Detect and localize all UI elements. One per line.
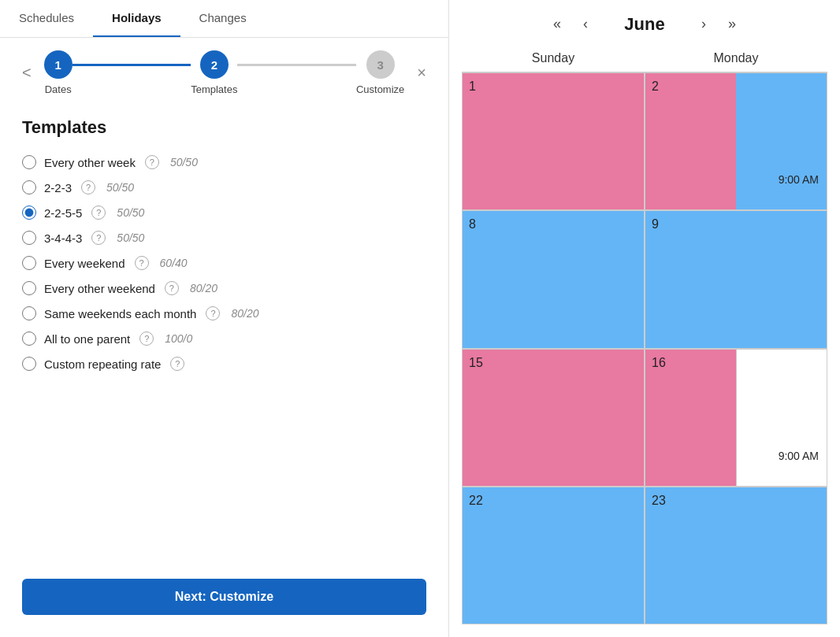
label-every-weekend: Every weekend: [44, 257, 125, 270]
label-custom-repeating-rate: Custom repeating rate: [44, 357, 161, 371]
cal-cell-2: 2 9:00 AM: [645, 72, 827, 210]
left-panel: Schedules Holidays Changes < 1 Dates 2 T…: [0, 0, 449, 637]
cal-cell-9: 9: [645, 210, 827, 348]
cal-row-3: 15 16 9:00 AM: [462, 349, 827, 487]
template-every-other-weekend[interactable]: Every other weekend ? 80/20: [22, 281, 426, 295]
cal-prev-button[interactable]: ‹: [578, 13, 593, 35]
help-2-2-5-5[interactable]: ?: [91, 206, 106, 220]
step-1: 1 Dates: [44, 50, 72, 95]
col-header-sunday: Sunday: [462, 51, 645, 72]
radio-every-other-weekend[interactable]: [22, 281, 36, 295]
section-title: Templates: [22, 117, 426, 138]
radio-2-2-5-5[interactable]: [22, 206, 36, 220]
help-every-other-week[interactable]: ?: [145, 155, 159, 169]
ratio-2-2-3: 50/50: [106, 181, 134, 194]
ratio-same-weekends-each-month: 80/20: [231, 307, 258, 320]
cal-cell-16: 16 9:00 AM: [645, 349, 827, 487]
wizard-nav: < 1 Dates 2 Templates 3 Customize ×: [0, 38, 448, 102]
radio-2-2-3[interactable]: [22, 180, 36, 194]
step-2-circle: 2: [200, 50, 229, 79]
template-3-4-4-3[interactable]: 3-4-4-3 ? 50/50: [22, 231, 426, 245]
help-same-weekends-each-month[interactable]: ?: [206, 306, 220, 320]
radio-same-weekends-each-month[interactable]: [22, 306, 36, 320]
right-panel: « ‹ June › » Sunday Monday 1 2 9:00 AM 8: [449, 0, 840, 637]
help-3-4-4-3[interactable]: ?: [91, 231, 106, 245]
cal-cell-8: 8: [462, 210, 645, 348]
cal-cell-15: 15: [462, 349, 645, 487]
label-every-other-weekend: Every other weekend: [44, 282, 155, 295]
ratio-every-other-week: 50/50: [170, 156, 198, 169]
cal-row-4: 22 23: [462, 487, 827, 624]
radio-every-other-week[interactable]: [22, 155, 36, 169]
step-2-label: Templates: [191, 83, 237, 95]
template-custom-repeating-rate[interactable]: Custom repeating rate ?: [22, 357, 426, 371]
step-3: 3 Customize: [356, 50, 404, 95]
cal-date-16: 16: [652, 356, 666, 369]
step-line-1: [72, 64, 191, 66]
cal-cell-23: 23: [645, 487, 827, 624]
col-header-monday: Monday: [645, 51, 827, 72]
calendar-month-label: June: [605, 14, 684, 35]
help-custom-repeating-rate[interactable]: ?: [170, 357, 184, 371]
template-same-weekends-each-month[interactable]: Same weekends each month ? 80/20: [22, 306, 426, 320]
label-2-2-5-5: 2-2-5-5: [44, 206, 82, 220]
wizard-close-button[interactable]: ×: [411, 61, 433, 85]
tabs-bar: Schedules Holidays Changes: [0, 0, 448, 38]
ratio-every-other-weekend: 80/20: [190, 282, 217, 294]
help-every-other-weekend[interactable]: ?: [165, 281, 179, 295]
template-every-weekend[interactable]: Every weekend ? 60/40: [22, 256, 426, 270]
cal-date-9: 9: [652, 217, 659, 231]
help-all-to-one-parent[interactable]: ?: [139, 331, 154, 346]
cal-cell-22: 22: [462, 487, 645, 624]
cal-event-16: 9:00 AM: [779, 450, 819, 462]
step-1-label: Dates: [45, 83, 72, 95]
radio-custom-repeating-rate[interactable]: [22, 357, 36, 371]
panel-content: Templates Every other week ? 50/50 2-2-3…: [0, 102, 448, 563]
next-customize-button[interactable]: Next: Customize: [22, 579, 426, 615]
label-3-4-4-3: 3-4-4-3: [44, 231, 82, 245]
step-1-circle: 1: [44, 50, 72, 79]
template-radio-list: Every other week ? 50/50 2-2-3 ? 50/50 2…: [22, 155, 426, 371]
stepper: 1 Dates 2 Templates 3 Customize: [44, 50, 405, 95]
step-3-label: Customize: [356, 83, 404, 95]
step-line-2: [237, 64, 355, 66]
label-same-weekends-each-month: Same weekends each month: [44, 307, 196, 320]
calendar-rows: 1 2 9:00 AM 8 9 15 16 9:: [462, 72, 827, 624]
cal-date-8: 8: [469, 217, 476, 231]
cal-date-23: 23: [652, 494, 666, 507]
calendar-col-headers: Sunday Monday: [462, 51, 827, 72]
label-every-other-week: Every other week: [44, 156, 136, 169]
cal-date-15: 15: [469, 356, 483, 369]
template-every-other-week[interactable]: Every other week ? 50/50: [22, 155, 426, 169]
help-every-weekend[interactable]: ?: [135, 256, 149, 270]
cal-row-1: 1 2 9:00 AM: [462, 72, 827, 210]
help-2-2-3[interactable]: ?: [81, 180, 95, 194]
step-2: 2 Templates: [191, 50, 237, 95]
template-all-to-one-parent[interactable]: All to one parent ? 100/0: [22, 331, 426, 346]
cal-next-button[interactable]: ›: [697, 13, 711, 35]
cal-next-next-button[interactable]: »: [723, 13, 741, 35]
calendar-header: « ‹ June › »: [462, 13, 827, 35]
ratio-all-to-one-parent: 100/0: [165, 332, 192, 345]
cal-row-2: 8 9: [462, 210, 827, 348]
radio-3-4-4-3[interactable]: [22, 231, 36, 245]
tab-holidays[interactable]: Holidays: [93, 0, 180, 37]
radio-all-to-one-parent[interactable]: [22, 331, 36, 346]
template-2-2-3[interactable]: 2-2-3 ? 50/50: [22, 180, 426, 194]
wizard-back-button[interactable]: <: [16, 61, 38, 85]
tab-changes[interactable]: Changes: [180, 0, 266, 37]
ratio-3-4-4-3: 50/50: [117, 231, 144, 244]
step-3-circle: 3: [366, 50, 395, 79]
template-2-2-5-5[interactable]: 2-2-5-5 ? 50/50: [22, 206, 426, 220]
tab-schedules[interactable]: Schedules: [0, 0, 93, 37]
label-all-to-one-parent: All to one parent: [44, 332, 130, 346]
ratio-2-2-5-5: 50/50: [117, 206, 144, 219]
label-2-2-3: 2-2-3: [44, 181, 72, 194]
cal-date-1: 1: [469, 80, 476, 93]
cal-date-22: 22: [469, 494, 483, 507]
cal-prev-prev-button[interactable]: «: [548, 13, 566, 35]
cal-event-2: 9:00 AM: [779, 173, 819, 186]
ratio-every-weekend: 60/40: [160, 257, 188, 269]
radio-every-weekend[interactable]: [22, 256, 36, 270]
cal-date-2: 2: [652, 80, 659, 93]
